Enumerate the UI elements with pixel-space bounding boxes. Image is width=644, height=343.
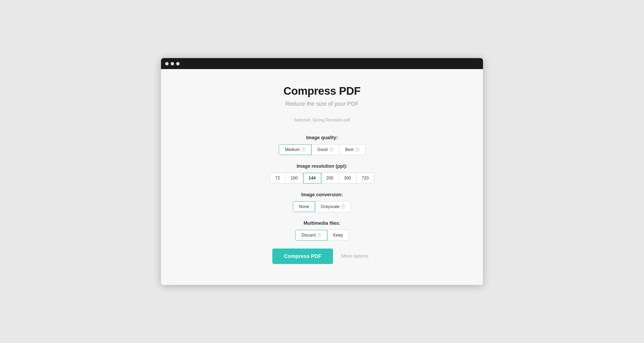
compress-pdf-button[interactable]: Compress PDF [272, 249, 333, 264]
quality-medium-help-icon[interactable]: ? [301, 148, 306, 152]
conversion-grayscale-button[interactable]: Grayscale ? [315, 201, 351, 212]
multimedia-discard-label: Discard [301, 233, 315, 238]
quality-best-button[interactable]: Best ? [340, 144, 365, 155]
more-options-button[interactable]: More options [338, 251, 372, 261]
conversion-none-label: None [299, 204, 309, 209]
resolution-200-button[interactable]: 200 [321, 173, 339, 183]
main-content: Compress PDF Reduce the size of your PDF… [161, 69, 483, 285]
resolution-72-button[interactable]: 72 [270, 173, 285, 183]
image-conversion-buttons: None Grayscale ? [293, 201, 351, 212]
image-conversion-label: Image conversion: [301, 192, 343, 198]
quality-best-label: Best [345, 147, 354, 152]
image-conversion-group: Image conversion: None Grayscale ? [293, 192, 351, 212]
image-resolution-group: Image resolution (ppi): 72 100 144 200 3… [270, 164, 374, 184]
traffic-light-close[interactable] [165, 62, 169, 65]
resolution-100-button[interactable]: 100 [285, 173, 303, 183]
page-subtitle: Reduce the size of your PDF [285, 100, 359, 107]
quality-good-help-icon[interactable]: ? [329, 148, 334, 152]
resolution-300-button[interactable]: 300 [339, 173, 356, 183]
conversion-grayscale-label: Grayscale [321, 204, 340, 209]
resolution-buttons: 72 100 144 200 300 720 [270, 173, 374, 184]
titlebar [161, 58, 483, 69]
multimedia-discard-button[interactable]: Discard ? [295, 230, 327, 241]
action-area: Compress PDF More options [272, 249, 371, 264]
image-quality-label: Image quality: [306, 135, 338, 140]
image-quality-group: Image quality: Medium ? Good ? Best ? [279, 135, 365, 155]
conversion-none-button[interactable]: None [293, 201, 315, 212]
resolution-144-button[interactable]: 144 [303, 173, 321, 184]
multimedia-files-label: Multimedia files: [303, 221, 340, 226]
quality-best-help-icon[interactable]: ? [355, 148, 359, 152]
multimedia-files-buttons: Discard ? Keep [295, 230, 349, 241]
app-window: Compress PDF Reduce the size of your PDF… [161, 58, 483, 285]
image-resolution-label: Image resolution (ppi): [297, 164, 347, 169]
selected-file-label: Selected: Spring Recepies.pdf [294, 118, 350, 122]
quality-good-button[interactable]: Good ? [312, 144, 339, 155]
conversion-grayscale-help-icon[interactable]: ? [341, 205, 345, 209]
multimedia-keep-button[interactable]: Keep [327, 230, 348, 240]
quality-good-label: Good [317, 147, 327, 152]
quality-medium-label: Medium [285, 147, 300, 152]
resolution-720-button[interactable]: 720 [356, 173, 374, 183]
multimedia-files-group: Multimedia files: Discard ? Keep [295, 221, 349, 241]
multimedia-discard-help-icon[interactable]: ? [317, 233, 321, 237]
quality-medium-button[interactable]: Medium ? [279, 144, 312, 155]
traffic-light-minimize[interactable] [171, 62, 174, 65]
multimedia-keep-label: Keep [333, 233, 343, 238]
options-container: Image quality: Medium ? Good ? Best ? [171, 135, 473, 241]
page-title: Compress PDF [283, 85, 360, 97]
image-quality-buttons: Medium ? Good ? Best ? [279, 144, 365, 155]
traffic-light-maximize[interactable] [176, 62, 180, 65]
